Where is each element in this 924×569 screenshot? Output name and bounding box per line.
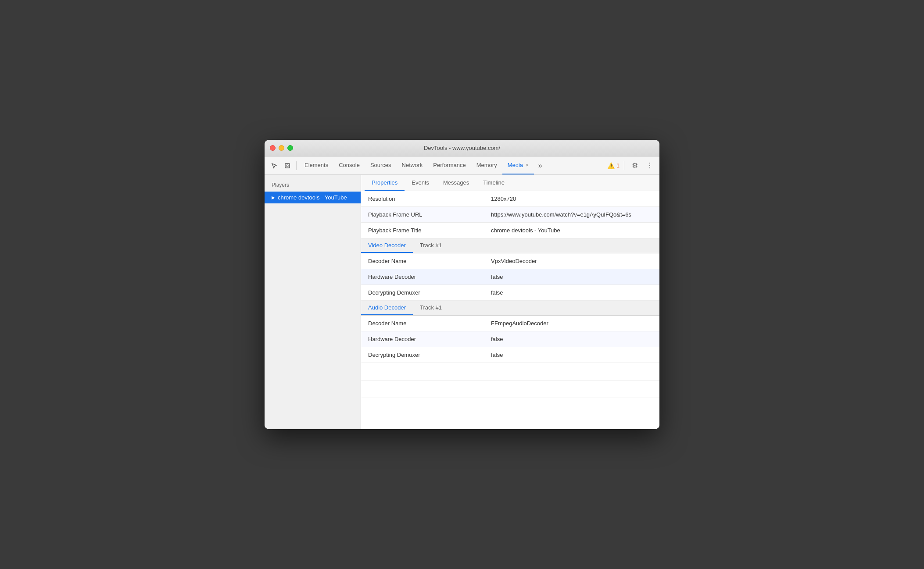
prop-label-audio-decoder-name: Decoder Name — [361, 317, 484, 330]
prop-label-video-decoder-name: Decoder Name — [361, 254, 484, 268]
prop-row-audio-decoder-name: Decoder Name FFmpegAudioDecoder — [361, 316, 659, 331]
tab-console[interactable]: Console — [333, 156, 365, 174]
maximize-button[interactable] — [287, 145, 293, 151]
section-tab-audio-track1[interactable]: Track #1 — [413, 301, 449, 315]
players-sidebar: Players ▶ chrome devtools - YouTube — [265, 175, 361, 429]
prop-row-video-hw-decoder: Hardware Decoder false — [361, 269, 659, 285]
section-tab-video-decoder[interactable]: Video Decoder — [361, 238, 413, 253]
devtools-toolbar: Elements Console Sources Network Perform… — [265, 156, 659, 175]
tab-network[interactable]: Network — [397, 156, 428, 174]
tab-events[interactable]: Events — [405, 175, 436, 191]
content-area: Properties Events Messages Timeline Reso… — [361, 175, 659, 429]
devtools-window: DevTools - www.youtube.com/ Elements Con… — [265, 140, 659, 429]
warning-icon: ⚠️ — [607, 162, 615, 169]
prop-label-playback-title: Playback Frame Title — [361, 224, 484, 237]
audio-decoder-section-header: Audio Decoder Track #1 — [361, 301, 659, 316]
inspect-icon[interactable] — [281, 160, 294, 172]
toolbar-right: ⚠️ 1 ⚙ ⋮ — [607, 160, 656, 172]
toolbar-separator-2 — [624, 161, 624, 170]
cursor-icon[interactable] — [268, 160, 280, 172]
sidebar-title: Players — [265, 180, 361, 192]
prop-value-audio-decoder-name: FFmpegAudioDecoder — [484, 317, 659, 330]
prop-value-video-hw-decoder: false — [484, 270, 659, 284]
prop-row-empty-2 — [361, 381, 659, 398]
prop-value-resolution: 1280x720 — [484, 192, 659, 206]
warning-count: 1 — [616, 163, 620, 169]
svg-rect-0 — [285, 164, 290, 168]
more-tabs-button[interactable]: » — [534, 160, 546, 172]
prop-value-video-decrypt-demux: false — [484, 286, 659, 299]
tab-properties[interactable]: Properties — [365, 175, 405, 191]
prop-value-video-decoder-name: VpxVideoDecoder — [484, 254, 659, 268]
section-tab-video-track1[interactable]: Track #1 — [413, 238, 449, 253]
tab-media[interactable]: Media × — [502, 156, 534, 174]
prop-label-audio-hw-decoder: Hardware Decoder — [361, 332, 484, 346]
toolbar-separator-1 — [296, 161, 297, 170]
prop-row-audio-hw-decoder: Hardware Decoder false — [361, 331, 659, 347]
prop-value-audio-hw-decoder: false — [484, 332, 659, 346]
close-button[interactable] — [270, 145, 276, 151]
prop-row-playback-title: Playback Frame Title chrome devtools - Y… — [361, 223, 659, 238]
tab-media-close[interactable]: × — [526, 162, 529, 168]
prop-label-resolution: Resolution — [361, 192, 484, 206]
content-tabs: Properties Events Messages Timeline — [361, 175, 659, 191]
toolbar-tabs: Elements Console Sources Network Perform… — [299, 156, 606, 174]
prop-row-playback-url: Playback Frame URL https://www.youtube.c… — [361, 207, 659, 223]
tab-memory[interactable]: Memory — [471, 156, 502, 174]
prop-label-playback-url: Playback Frame URL — [361, 208, 484, 221]
video-decoder-section-header: Video Decoder Track #1 — [361, 238, 659, 253]
tab-messages[interactable]: Messages — [436, 175, 476, 191]
properties-table: Resolution 1280x720 Playback Frame URL h… — [361, 191, 659, 429]
tab-sources[interactable]: Sources — [365, 156, 397, 174]
sidebar-arrow-icon: ▶ — [272, 195, 275, 200]
traffic-lights — [270, 145, 293, 151]
prop-value-playback-url: https://www.youtube.com/watch?v=e1gAyQuI… — [484, 208, 659, 221]
prop-value-audio-decrypt-demux: false — [484, 348, 659, 362]
prop-value-playback-title: chrome devtools - YouTube — [484, 224, 659, 237]
main-content: Players ▶ chrome devtools - YouTube Prop… — [265, 175, 659, 429]
prop-row-empty-1 — [361, 363, 659, 381]
tab-timeline[interactable]: Timeline — [476, 175, 512, 191]
prop-row-video-decoder-name: Decoder Name VpxVideoDecoder — [361, 253, 659, 269]
prop-row-audio-decrypt-demux: Decrypting Demuxer false — [361, 347, 659, 363]
prop-row-video-decrypt-demux: Decrypting Demuxer false — [361, 285, 659, 301]
tab-performance[interactable]: Performance — [428, 156, 471, 174]
settings-button[interactable]: ⚙ — [629, 160, 641, 172]
prop-row-resolution: Resolution 1280x720 — [361, 191, 659, 207]
section-tab-audio-decoder[interactable]: Audio Decoder — [361, 301, 413, 315]
prop-label-video-decrypt-demux: Decrypting Demuxer — [361, 286, 484, 299]
titlebar: DevTools - www.youtube.com/ — [265, 140, 659, 156]
warning-badge[interactable]: ⚠️ 1 — [607, 162, 620, 169]
tab-elements[interactable]: Elements — [299, 156, 333, 174]
prop-label-audio-decrypt-demux: Decrypting Demuxer — [361, 348, 484, 362]
sidebar-item-youtube[interactable]: ▶ chrome devtools - YouTube — [265, 192, 361, 203]
minimize-button[interactable] — [279, 145, 284, 151]
window-title: DevTools - www.youtube.com/ — [424, 145, 500, 151]
more-options-button[interactable]: ⋮ — [644, 160, 656, 172]
svg-rect-1 — [287, 165, 288, 167]
prop-label-video-hw-decoder: Hardware Decoder — [361, 270, 484, 284]
